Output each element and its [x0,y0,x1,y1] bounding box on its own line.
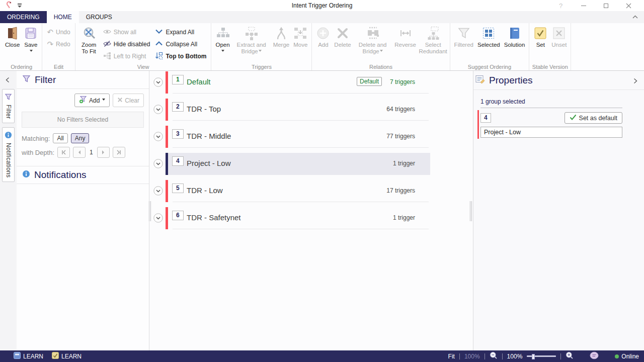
quick-access-toolbar-caret[interactable] [17,4,22,8]
fit-zoom-level: 100% [464,353,480,360]
properties-panel-header: Properties [473,71,644,90]
depth-next-button[interactable] [97,147,110,158]
trigger-group-row[interactable]: 5 TDR - Low 17 triggers [150,180,470,202]
trigger-group-row[interactable]: 3 TDR - Middle 77 triggers [150,126,470,148]
trigger-count: 17 triggers [386,187,415,194]
hide-disabled-button[interactable]: Hide disabled [101,39,153,50]
zoom-level: 100% [507,353,523,360]
group-label-relations: Relations [312,64,449,70]
expand-all-button[interactable]: Expand All [152,27,209,38]
depth-first-button[interactable] [57,147,70,158]
depth-label: with Depth: [22,149,54,156]
learn-mode-button[interactable]: LEARN [14,352,43,360]
show-all-button[interactable]: Show all [101,27,153,38]
group-title: TDR - Middle [187,132,231,140]
funnel-icon [22,74,31,85]
extract-and-bridge-button[interactable]: Extract and Bridge [232,25,271,56]
delete-relation-button[interactable]: Delete [332,25,353,49]
group-number: 4 [172,156,184,166]
expand-row-chevron-icon[interactable] [153,159,163,168]
sidebar-tab-filter[interactable]: Filter [2,89,15,123]
delete-bridge-icon [366,26,380,41]
expand-row-chevron-icon[interactable] [153,105,163,114]
group-name-input[interactable] [480,127,622,138]
funnel-add-icon [79,96,87,105]
open-trigger-button[interactable]: Open [213,25,231,54]
suggest-selected-button[interactable]: Selected [475,25,502,49]
set-as-default-button[interactable]: Set as default [565,112,622,124]
add-filter-button[interactable]: Add [74,94,110,107]
move-selection-icon [293,26,307,41]
select-redundant-button[interactable]: Select Redundant [419,25,448,56]
depth-value: 1 [89,149,94,156]
ribbon-group-relations: Add Delete Delete and Bridge Reverse [312,23,450,70]
collapse-all-button[interactable]: Collapse All [152,39,209,50]
matching-all-button[interactable]: All [53,133,67,143]
zoom-to-fit-button[interactable]: Zoom To Fit [77,25,101,56]
right-splitter-handle[interactable] [470,201,472,221]
notifications-section-header[interactable]: Notifications [17,166,149,184]
left-to-right-button[interactable]: Left to Right [101,51,153,62]
feedback-chat-bubble-icon[interactable] [590,351,599,361]
separator [485,353,485,359]
eye-slash-icon [103,40,111,49]
close-button[interactable]: Close [3,25,22,49]
expand-row-chevron-icon[interactable] [153,132,163,141]
trigger-group-row[interactable]: 6 TDR - Safetynet 1 trigger [150,207,470,229]
maximize-button[interactable] [595,0,617,11]
separator [502,353,503,359]
sidebar-tab-notifications[interactable]: Notifications [2,127,15,182]
merge-button[interactable]: Merge [271,25,292,49]
suggest-filtered-button[interactable]: Filtered [452,25,475,49]
trigger-count: 64 triggers [386,106,415,113]
top-to-bottom-button[interactable]: Top to Bottom [152,51,209,62]
depth-last-button[interactable] [113,147,125,158]
collapse-properties-panel-icon[interactable] [631,76,639,87]
expand-row-chevron-icon[interactable] [153,213,163,223]
move-button[interactable]: Move [291,25,309,49]
learn-check-button[interactable]: LEARN [52,352,82,360]
tab-groups[interactable]: GROUPS [79,11,119,23]
reverse-button[interactable]: Reverse [392,25,419,49]
connection-status: Online [615,353,639,360]
fit-button[interactable]: Fit [448,353,455,360]
zoom-in-magnifier-icon[interactable] [566,351,574,361]
minimize-button[interactable] [572,0,595,11]
expand-row-chevron-icon[interactable] [153,77,163,87]
add-relation-button[interactable]: Add [314,25,332,49]
tab-ordering[interactable]: ORDERING [0,11,47,23]
help-button[interactable]: ? [549,0,572,11]
redo-button[interactable]: ↷ Redo [44,39,72,50]
selection-status: 1 group selected [480,98,622,108]
undo-button[interactable]: ↶ Undo [44,27,72,38]
add-filter-dropdown-caret [102,99,105,102]
trigger-group-row[interactable]: 2 TDR - Top 64 triggers [150,99,470,121]
unset-stable-button[interactable]: Unset [549,25,569,49]
zoom-slider-thumb[interactable] [532,354,535,359]
collapse-left-panel-icon[interactable] [4,76,12,85]
properties-panel: Properties 1 group selected 4 Set as def… [473,71,644,350]
suggest-solution-button[interactable]: Solution [502,25,527,49]
clear-filters-button[interactable]: Clear [113,94,144,107]
yellow-check-icon [533,26,547,41]
ribbon-group-view: Zoom To Fit Show all Hide disabled [75,23,212,70]
collapse-ribbon-icon[interactable] [631,14,639,21]
matching-any-button[interactable]: Any [71,133,90,143]
save-button[interactable]: Save [22,25,40,54]
delete-and-bridge-button[interactable]: Delete and Bridge [353,25,392,56]
window-title: Intent Trigger Ordering [0,2,644,9]
close-window-button[interactable] [617,0,640,11]
zoom-out-magnifier-icon[interactable] [490,351,498,361]
trigger-group-row-selected[interactable]: 4 Project - Low 1 trigger [150,153,470,175]
set-stable-button[interactable]: Set [531,25,549,49]
trigger-groups-list: 1 Default Default 7 triggers 2 TDR - Top… [150,71,470,350]
reverse-arrows-icon [398,26,413,41]
depth-previous-button[interactable] [73,147,86,158]
filter-panel: Filter Add Clear No Filters Selected [17,71,149,350]
expand-row-chevron-icon[interactable] [153,186,163,196]
group-number: 6 [172,211,184,220]
trigger-group-row-default[interactable]: 1 Default Default 7 triggers [150,71,470,94]
tab-home[interactable]: HOME [47,11,79,23]
zoom-slider[interactable] [527,353,556,360]
chevron-down-icon [155,28,163,36]
